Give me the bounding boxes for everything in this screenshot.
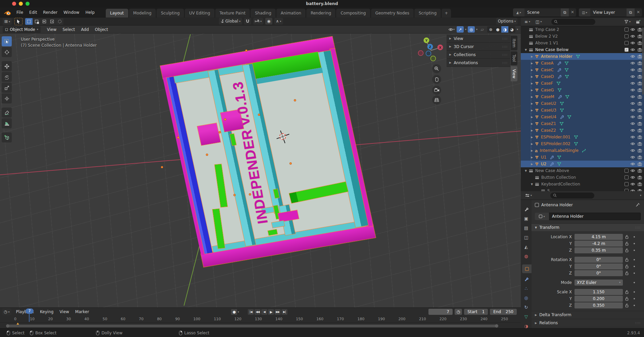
unlink-scene-button[interactable]: ✕ [569, 8, 576, 16]
hide-eye-icon[interactable] [630, 95, 636, 98]
shading-material-button[interactable]: ◑ [501, 26, 508, 33]
expand-icon[interactable]: ▼ [530, 183, 534, 186]
lock-icon[interactable] [623, 235, 631, 239]
tab-world[interactable]: ◍ [521, 252, 532, 260]
outliner-row[interactable]: ▶ ▼ a CaseU2 [521, 100, 644, 107]
camera-view-button[interactable] [432, 86, 441, 95]
outliner-filter-dropdown[interactable]: ▾ [623, 18, 632, 25]
shading-wireframe-button[interactable]: ⊕ [487, 26, 494, 33]
collapse-icon[interactable]: ▶ [530, 102, 534, 105]
select-mode-extend[interactable] [33, 18, 40, 25]
drag-grip-icon[interactable]: :::: [502, 37, 508, 40]
outliner-row[interactable]: ▶ ▼ a CaseM [521, 93, 644, 100]
new-collection-button[interactable] [634, 18, 642, 25]
outliner-search-input[interactable] [559, 20, 593, 24]
collapse-icon[interactable]: ▶ [530, 89, 534, 92]
properties-options-dropdown[interactable]: ▾ [640, 194, 641, 197]
section-relations[interactable]: ▶Relations :::: [532, 319, 644, 327]
sidebar-tab[interactable]: View [511, 66, 517, 81]
hide-eye-icon[interactable] [630, 115, 636, 119]
collection-checkbox[interactable]: ✓ [625, 182, 629, 186]
workspace-tab[interactable]: Layout [106, 9, 128, 17]
outliner-scope-dropdown[interactable]: ◫▾ [534, 18, 543, 25]
jump-to-end-button[interactable]: ▶| [281, 309, 287, 315]
hide-eye-icon[interactable] [630, 41, 636, 45]
outliner-row[interactable]: ▶ ▼ a CaseZ1 [521, 120, 644, 127]
breadcrumb-object-name[interactable]: Antenna Holder [541, 203, 573, 207]
render-camera-icon[interactable] [637, 75, 643, 79]
gizmo-y-neg-axis[interactable] [431, 56, 436, 61]
xray-toggle[interactable]: ▱ [479, 26, 486, 33]
drag-grip-icon[interactable]: :::: [502, 61, 508, 65]
animate-dot[interactable] [634, 259, 635, 260]
outliner-scrollbar[interactable] [642, 28, 644, 95]
field-value[interactable]: 1.150 [574, 289, 623, 295]
hide-eye-icon[interactable] [630, 122, 636, 125]
object-id-dropdown[interactable]: ▾ [535, 213, 549, 220]
outliner-row[interactable]: ▶ ▼ a Button Collection [521, 174, 644, 181]
select-mode-intersect[interactable] [56, 18, 63, 25]
outliner-row[interactable]: ▶ ▼ a CaseA [521, 60, 644, 67]
tool-add-cube[interactable] [2, 132, 12, 142]
outliner-row[interactable]: ▶ ▼ a U1 [521, 154, 644, 161]
lock-icon[interactable] [623, 297, 631, 301]
hide-eye-icon[interactable] [630, 75, 636, 78]
shading-solid-button[interactable]: ● [494, 26, 501, 33]
model-magenta-block-1[interactable] [197, 123, 220, 145]
tab-constraints[interactable]: ↻ [521, 303, 532, 311]
animate-dot[interactable] [634, 282, 635, 283]
perspective-toggle-button[interactable] [432, 95, 441, 104]
hide-eye-icon[interactable] [630, 149, 636, 152]
outliner-row[interactable]: ▶ ▼ a CaseU3 [521, 107, 644, 114]
collection-checkbox[interactable]: ✓ [625, 169, 629, 173]
field-value[interactable]: 0° [574, 257, 623, 263]
render-camera-icon[interactable] [637, 101, 643, 106]
render-camera-icon[interactable] [637, 182, 643, 186]
outliner-row[interactable]: ▶ ▼ a CaseD [521, 73, 644, 80]
options-dropdown[interactable]: Options▾ [496, 18, 517, 25]
hide-eye-icon[interactable] [630, 35, 636, 38]
scene-name[interactable]: Scene [524, 10, 561, 15]
scene-selector[interactable]: ◭▾ Scene ⧉ ✕ [513, 8, 576, 16]
collapse-icon[interactable]: ▶ [530, 163, 534, 166]
timeline-menu-item[interactable]: Keying [37, 309, 56, 314]
hide-eye-icon[interactable] [630, 135, 636, 139]
viewport-3d[interactable]: INDEPENDER v.0.1.3 User Perspective (7) … [0, 34, 521, 307]
render-camera-icon[interactable] [637, 142, 643, 146]
tab-object-data[interactable]: ▽ [521, 312, 532, 321]
lock-icon[interactable] [623, 242, 631, 246]
hide-eye-icon[interactable] [630, 55, 636, 58]
render-camera-icon[interactable] [637, 61, 643, 65]
lock-icon[interactable] [623, 290, 631, 294]
hide-eye-icon[interactable] [630, 68, 636, 72]
sidebar-section[interactable]: ▶ Collections :::: [447, 51, 510, 59]
render-camera-icon[interactable] [637, 149, 643, 153]
view-layer-selector[interactable]: ◫▾ View Layer ⧉ ✕ [579, 8, 642, 16]
menu-item[interactable]: Edit [26, 7, 40, 17]
hide-eye-icon[interactable] [630, 156, 636, 159]
outliner-row[interactable]: ▶ ▼ a CaseC [521, 67, 644, 73]
animate-dot[interactable] [634, 272, 635, 274]
keying-set-dropdown[interactable]: ▾ [238, 310, 239, 313]
zoom-view-button[interactable] [432, 64, 441, 73]
render-camera-icon[interactable] [637, 135, 643, 139]
render-camera-icon[interactable] [637, 34, 643, 38]
new-view-layer-button[interactable]: ⧉ [627, 8, 635, 16]
workspace-tab[interactable]: + [442, 9, 451, 17]
gizmos-toggle[interactable]: ↗ [457, 26, 464, 33]
render-camera-icon[interactable] [637, 175, 643, 179]
remove-view-layer-button[interactable]: ✕ [635, 8, 642, 16]
model-case[interactable]: INDEPENDER v.0.1.3 [160, 36, 376, 267]
outliner-row[interactable]: ▶ ▼ a Above 1 V1 [521, 40, 644, 46]
timeline-scrollbar[interactable] [7, 325, 498, 327]
render-camera-icon[interactable] [637, 41, 643, 45]
next-keyframe-button[interactable]: ▶▶ [275, 309, 281, 315]
collection-checkbox[interactable]: ✓ [625, 175, 629, 179]
outliner-row[interactable]: ▶ ▼ a New Case Above [521, 167, 644, 174]
timeline-ruler[interactable]: 0102030405060708090100110120130140150160… [0, 316, 521, 323]
tool-scale[interactable] [2, 83, 12, 93]
outliner-row[interactable]: ▶ ▼ a ESPHolder.002 [521, 140, 644, 147]
outliner-row[interactable]: ▶ ▼ a ESPHolder.001 [521, 134, 644, 140]
animate-dot[interactable] [634, 236, 635, 238]
start-frame-field[interactable]: Start 1 [464, 309, 488, 315]
